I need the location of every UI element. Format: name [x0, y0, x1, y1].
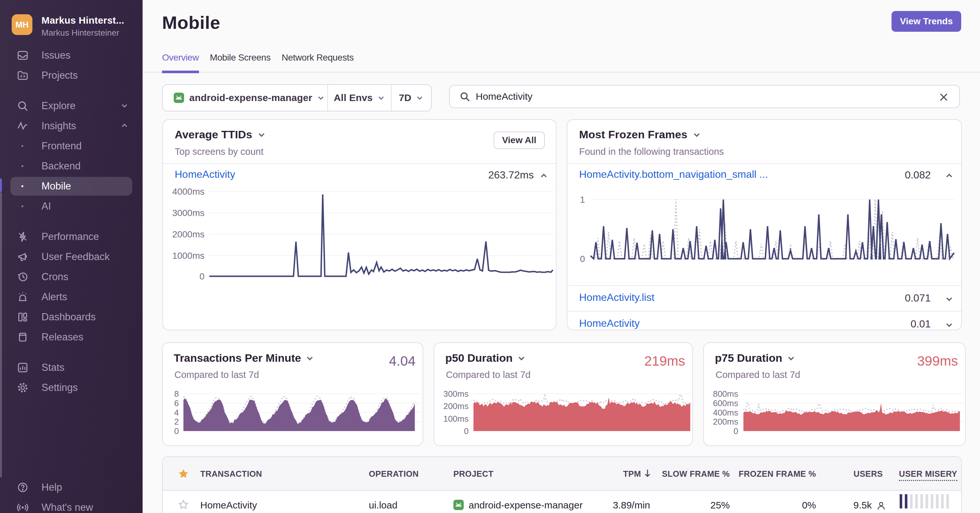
svg-text:0: 0: [734, 426, 738, 436]
svg-text:4000ms: 4000ms: [172, 187, 205, 197]
svg-text:300ms: 300ms: [443, 389, 469, 399]
svg-text:0: 0: [174, 426, 179, 436]
svg-text:800ms: 800ms: [713, 389, 738, 399]
svg-text:1000ms: 1000ms: [172, 251, 205, 261]
svg-text:200ms: 200ms: [443, 401, 469, 411]
svg-text:3000ms: 3000ms: [172, 208, 205, 218]
svg-text:6: 6: [174, 399, 179, 408]
svg-text:4: 4: [174, 408, 179, 418]
svg-text:1: 1: [580, 195, 585, 205]
svg-text:0: 0: [580, 254, 585, 264]
svg-text:100ms: 100ms: [443, 414, 469, 424]
svg-text:2000ms: 2000ms: [172, 229, 205, 239]
svg-text:2: 2: [174, 417, 179, 427]
svg-text:600ms: 600ms: [713, 399, 738, 408]
svg-text:0: 0: [199, 272, 205, 281]
svg-text:200ms: 200ms: [713, 417, 738, 427]
svg-text:400ms: 400ms: [713, 408, 738, 418]
svg-text:8: 8: [174, 389, 179, 399]
svg-text:0: 0: [464, 426, 469, 436]
